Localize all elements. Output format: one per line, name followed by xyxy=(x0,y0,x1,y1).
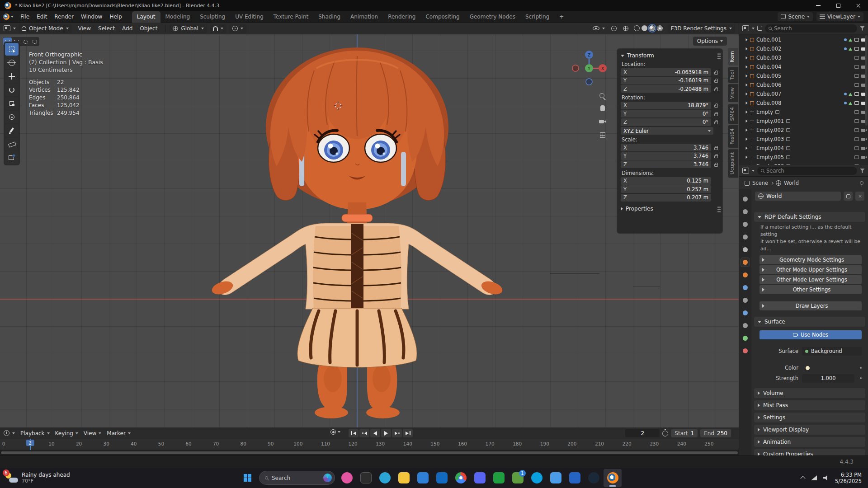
select-mode-lasso[interactable] xyxy=(30,38,39,46)
taskbar-app-button[interactable] xyxy=(433,469,451,487)
disable-in-viewport-icon[interactable] xyxy=(854,92,859,96)
animate-dot-icon[interactable] xyxy=(860,367,862,369)
maximize-button[interactable] xyxy=(828,0,848,11)
disable-in-render-icon[interactable] xyxy=(861,138,865,141)
rdp-settings-button[interactable]: Other Mode Upper Settings xyxy=(760,265,862,274)
properties-search[interactable]: Search xyxy=(757,167,857,175)
collapsed-panel-header[interactable]: Mist Pass xyxy=(754,400,865,410)
disable-in-render-icon[interactable] xyxy=(861,111,865,114)
disable-in-render-icon[interactable] xyxy=(861,120,865,123)
taskbar-app-button[interactable] xyxy=(452,469,470,487)
workspace-tab[interactable]: Scripting xyxy=(520,11,554,23)
taskbar-app-button[interactable] xyxy=(566,469,584,487)
draw-layers-button[interactable]: Draw Layers xyxy=(760,301,862,310)
disable-in-viewport-icon[interactable] xyxy=(854,74,859,78)
editor-type-icon[interactable] xyxy=(4,430,9,436)
expand-icon[interactable] xyxy=(746,102,748,104)
number-field[interactable]: X 18.879° xyxy=(621,102,711,109)
disable-in-viewport-icon[interactable] xyxy=(854,101,859,105)
number-field[interactable]: Y 3.746 xyxy=(621,152,711,160)
properties-tab[interactable] xyxy=(741,334,750,343)
workspace-tab[interactable]: + xyxy=(554,11,569,23)
taskbar-app-button[interactable] xyxy=(471,469,489,487)
display-mode-icon[interactable] xyxy=(757,26,762,31)
shading-mode-button[interactable] xyxy=(634,25,640,31)
expand-icon[interactable] xyxy=(746,147,748,150)
disable-in-viewport-icon[interactable] xyxy=(854,110,859,114)
menu-item[interactable]: View xyxy=(75,24,94,33)
use-nodes-button[interactable]: Use Nodes xyxy=(760,330,862,339)
fake-user-button[interactable] xyxy=(844,192,853,201)
rdp-settings-button[interactable]: Geometry Mode Settings xyxy=(760,255,862,264)
properties-tab[interactable] xyxy=(741,309,750,317)
disable-in-viewport-icon[interactable] xyxy=(854,65,859,69)
shading-mode-button[interactable] xyxy=(642,25,647,31)
tool-button[interactable] xyxy=(5,43,19,56)
disable-in-render-icon[interactable] xyxy=(861,75,865,78)
expand-icon[interactable] xyxy=(746,84,748,86)
surface-shader-dropdown[interactable]: Background xyxy=(802,347,862,356)
taskbar-app-button[interactable] xyxy=(395,469,413,487)
taskbar-app-button[interactable] xyxy=(376,469,394,487)
number-field[interactable]: X 0.125 m xyxy=(621,177,711,185)
transport-button[interactable] xyxy=(370,429,380,437)
expand-icon[interactable] xyxy=(746,47,748,50)
disable-in-render-icon[interactable] xyxy=(861,56,865,60)
disable-in-render-icon[interactable] xyxy=(861,156,865,159)
properties-tab[interactable] xyxy=(741,220,750,229)
outliner-row[interactable]: Empty.006 xyxy=(739,162,868,165)
weather-widget[interactable]: 6 Rainy days ahead 70°F xyxy=(0,468,75,488)
menu-item[interactable]: View xyxy=(81,429,104,437)
pan-button[interactable] xyxy=(598,103,608,113)
disable-in-viewport-icon[interactable] xyxy=(854,83,859,87)
transport-button[interactable] xyxy=(349,429,359,437)
workspace-tab[interactable]: Shading xyxy=(313,11,345,23)
collapsed-panel-header[interactable]: Viewport Display xyxy=(754,425,865,435)
shading-mode-button[interactable] xyxy=(649,25,655,31)
surface-panel-header[interactable]: Surface xyxy=(754,317,865,327)
character-model[interactable] xyxy=(199,43,506,418)
collapsed-panel-header[interactable]: Volume xyxy=(754,388,865,398)
minimize-button[interactable] xyxy=(808,0,828,11)
expand-icon[interactable] xyxy=(746,38,748,41)
playhead[interactable]: 2 xyxy=(30,439,31,450)
expand-icon[interactable] xyxy=(746,75,748,77)
properties-tab[interactable] xyxy=(741,296,750,305)
disable-in-viewport-icon[interactable] xyxy=(854,47,859,51)
menu-item[interactable]: Render xyxy=(51,12,77,21)
sidebar-tab[interactable]: Ucupaint xyxy=(728,149,738,178)
outliner-row[interactable]: Empty.003 xyxy=(739,135,868,144)
number-field[interactable]: X 3.746 xyxy=(621,144,711,151)
rdp-settings-button[interactable]: Other Mode Lower Settings xyxy=(760,275,862,284)
start-button[interactable] xyxy=(238,469,256,487)
taskbar-app-button[interactable] xyxy=(357,469,375,487)
number-field[interactable]: Z 3.746 xyxy=(621,160,711,168)
taskbar-app-button[interactable] xyxy=(585,469,603,487)
number-field[interactable]: Z 0° xyxy=(621,118,711,126)
taskbar-app-button[interactable] xyxy=(490,469,508,487)
workspace-tab[interactable]: Sculpting xyxy=(195,11,230,23)
snap-dropdown[interactable] xyxy=(210,24,226,33)
taskbar-app-button[interactable] xyxy=(528,469,546,487)
render-preset-dropdown[interactable]: F3D Render Settings xyxy=(668,24,735,33)
disable-in-render-icon[interactable] xyxy=(861,47,865,51)
disable-in-viewport-icon[interactable] xyxy=(854,137,859,141)
menu-item[interactable]: Select xyxy=(94,24,118,33)
clock[interactable]: 6:33 PM 5/26/2025 xyxy=(835,472,862,484)
tool-button[interactable] xyxy=(5,151,19,164)
number-field[interactable]: Z 0.207 m xyxy=(621,194,711,202)
properties-tab[interactable] xyxy=(741,347,750,355)
close-button[interactable] xyxy=(848,0,868,11)
disable-in-render-icon[interactable] xyxy=(861,84,865,87)
disable-in-render-icon[interactable] xyxy=(861,102,865,105)
lock-toggle[interactable] xyxy=(713,162,719,167)
rdp-settings-button[interactable]: Other Settings xyxy=(760,285,862,294)
ortho-toggle-button[interactable] xyxy=(598,130,608,140)
taskbar-app-button[interactable] xyxy=(414,469,432,487)
scrollbar-thumb[interactable] xyxy=(1,451,738,454)
scene-selector[interactable]: Scene xyxy=(778,12,813,21)
taskbar-search[interactable]: Search xyxy=(259,471,335,485)
auto-keying-toggle[interactable] xyxy=(330,429,340,435)
outliner-row[interactable]: Cube.001 xyxy=(739,35,868,44)
transport-button[interactable] xyxy=(359,429,369,437)
